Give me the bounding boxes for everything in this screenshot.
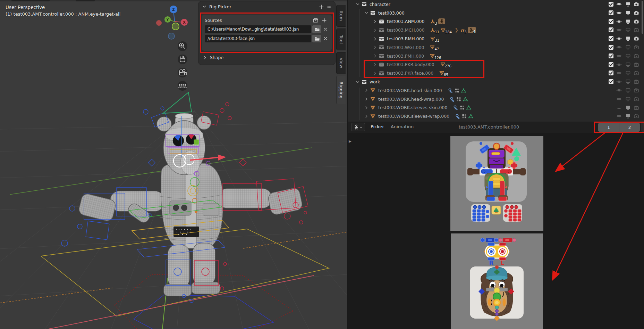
outliner-row[interactable]: test003.WORK.head-skin.000 <box>348 86 644 95</box>
viewport-disable-icon[interactable] <box>625 88 631 93</box>
outliner-row[interactable]: test003.WGT.000 47 <box>348 43 644 52</box>
tab-tool[interactable]: Tool <box>336 28 346 50</box>
page-2-button[interactable]: 2 <box>619 123 640 132</box>
checkbox-icon[interactable] <box>608 1 614 7</box>
viewport-disable-icon[interactable] <box>625 27 631 33</box>
expand-chevron-icon[interactable] <box>373 62 378 67</box>
outliner-row[interactable]: test003.RMH.000 31 <box>348 34 644 43</box>
tab-view[interactable]: View <box>336 52 346 74</box>
fullscreen-expand-button[interactable] <box>641 123 644 132</box>
render-disable-icon[interactable] <box>634 88 639 93</box>
expand-chevron-icon[interactable] <box>373 28 378 33</box>
checkbox-icon[interactable] <box>608 27 614 33</box>
body-picker-card[interactable] <box>450 136 543 231</box>
viewport-disable-icon[interactable] <box>625 113 631 119</box>
viewport-disable-icon[interactable] <box>625 105 631 110</box>
viewport-disable-icon[interactable] <box>625 53 631 59</box>
outliner-row-pkr-body[interactable]: test003.PKR.body.000 276 <box>348 60 644 69</box>
collapse-chevron-icon[interactable] <box>355 2 360 7</box>
remove-source-button[interactable] <box>322 25 329 33</box>
right-hand-buttons[interactable] <box>503 204 522 222</box>
viewport-disable-icon[interactable] <box>625 79 631 84</box>
render-disable-icon[interactable] <box>634 1 639 7</box>
collapse-chevron-icon[interactable] <box>355 80 360 84</box>
region-expand-arrow[interactable]: ▶ <box>349 139 351 143</box>
expand-chevron-icon[interactable] <box>373 36 378 41</box>
outliner-row[interactable]: test003.WORK.sleeves-wrap.000 <box>348 112 644 121</box>
viewport-disable-icon[interactable] <box>625 62 631 67</box>
checkbox-icon[interactable] <box>608 44 614 50</box>
hide-eye-icon[interactable] <box>616 19 622 24</box>
browse-folder-button[interactable] <box>312 25 321 33</box>
viewport-disable-icon[interactable] <box>625 96 631 102</box>
render-disable-icon[interactable] <box>634 36 639 41</box>
face-picker-figure[interactable]: R L <box>451 233 543 329</box>
checkbox-icon[interactable] <box>608 62 614 67</box>
checkbox-icon[interactable] <box>608 79 614 84</box>
box-icon[interactable] <box>313 17 319 23</box>
body-picker-figure[interactable] <box>450 136 543 231</box>
outliner-row[interactable]: test003.PMH.000 126 <box>348 52 644 60</box>
hide-eye-icon[interactable] <box>616 79 622 84</box>
checkbox-icon[interactable] <box>608 10 614 16</box>
outliner-row[interactable]: test003.ANM.000 3 <box>348 17 644 26</box>
eyelid-buttons[interactable] <box>481 238 516 242</box>
outliner-scrollbar[interactable] <box>642 1 643 34</box>
shape-panel-header[interactable]: Shape <box>203 55 223 60</box>
tab-animation[interactable]: Animation <box>391 124 414 129</box>
left-hand-buttons[interactable] <box>471 204 490 222</box>
render-disable-icon[interactable] <box>634 96 639 102</box>
checkbox-icon[interactable] <box>608 36 614 41</box>
page-1-button[interactable]: 1 <box>598 123 619 132</box>
outliner-row-pkr-face[interactable]: test003.PKR.face.000 85 <box>348 69 644 77</box>
outliner-row-work[interactable]: work <box>348 77 644 86</box>
tab-rigging[interactable]: Rigging <box>336 76 346 104</box>
outliner-row[interactable]: test003.MCH.000 11 284 3 4 <box>348 26 644 34</box>
hide-eye-icon[interactable] <box>616 96 622 102</box>
viewport-disable-icon[interactable] <box>625 1 631 7</box>
render-disable-icon[interactable] <box>634 62 639 67</box>
panel-title[interactable]: Rig Picker <box>209 4 231 9</box>
source-path-field-1[interactable]: C:\Users\Manon\Dow...ging\data\test003.j… <box>205 25 311 33</box>
viewport-disable-icon[interactable] <box>625 70 631 76</box>
extras-button[interactable] <box>492 206 501 214</box>
viewport-disable-icon[interactable] <box>625 10 631 16</box>
eye-controller[interactable]: R L <box>484 243 510 266</box>
panel-grip-icon[interactable] <box>326 4 332 10</box>
checkbox-icon[interactable] <box>608 19 614 24</box>
hide-eye-icon[interactable] <box>616 36 622 41</box>
expand-chevron-icon[interactable] <box>364 97 369 101</box>
collapse-chevron-icon[interactable] <box>364 10 369 15</box>
hide-eye-icon[interactable] <box>616 113 622 119</box>
render-disable-icon[interactable] <box>634 19 639 24</box>
face-picker-card[interactable]: R L <box>451 233 543 329</box>
viewport-disable-icon[interactable] <box>625 19 631 24</box>
hide-eye-icon[interactable] <box>616 62 622 67</box>
checkbox-icon[interactable] <box>608 70 614 76</box>
hide-eye-icon[interactable] <box>616 53 622 59</box>
tab-picker[interactable]: Picker <box>371 124 384 129</box>
expand-chevron-icon[interactable] <box>373 71 378 76</box>
hide-eye-icon[interactable] <box>616 44 622 50</box>
outliner-row[interactable]: test003.000 <box>348 9 644 17</box>
outliner-row[interactable]: test003.WORK.head-wrap.000 <box>348 95 644 104</box>
remove-source-button[interactable] <box>322 35 329 42</box>
editor-type-button[interactable] <box>351 123 365 131</box>
hide-eye-icon[interactable] <box>616 27 622 33</box>
render-disable-icon[interactable] <box>634 70 639 76</box>
hide-eye-icon[interactable] <box>616 10 622 16</box>
hide-eye-icon[interactable] <box>616 88 622 93</box>
expand-chevron-icon[interactable] <box>373 45 378 50</box>
expand-chevron-icon[interactable] <box>364 105 369 110</box>
tab-item[interactable]: Item <box>336 5 346 27</box>
hide-eye-closed-icon[interactable] <box>616 105 622 110</box>
viewport-disable-icon[interactable] <box>625 36 631 41</box>
source-path-field-2[interactable]: //data\test003-face.jsn <box>205 35 311 42</box>
expand-chevron-icon[interactable] <box>364 114 369 119</box>
outliner-row-character[interactable]: character <box>348 0 644 9</box>
expand-chevron-icon[interactable] <box>364 88 369 93</box>
add-source-icon[interactable] <box>319 4 324 10</box>
browse-folder-button[interactable] <box>312 35 321 42</box>
expand-chevron-icon[interactable] <box>373 54 378 58</box>
checkbox-icon[interactable] <box>608 53 614 59</box>
